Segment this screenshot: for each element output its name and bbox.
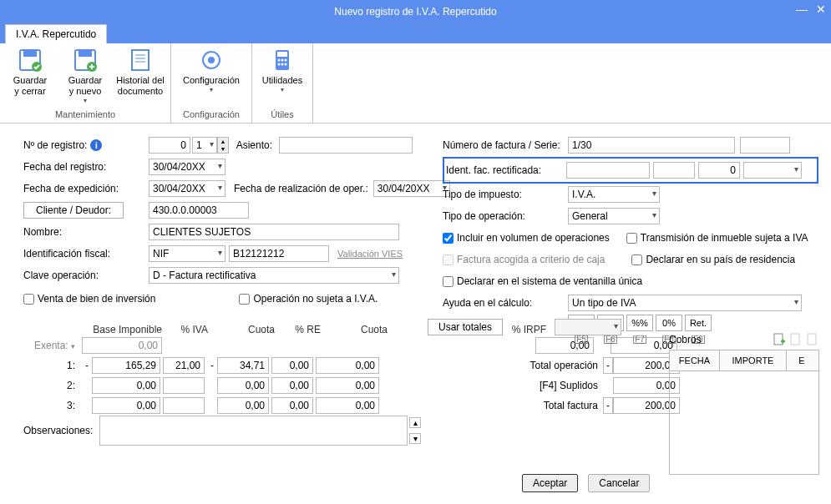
close-icon[interactable]: ✕ bbox=[816, 3, 826, 15]
nombre-input[interactable] bbox=[149, 224, 399, 240]
gear-icon bbox=[198, 47, 225, 73]
config-button[interactable]: Configuración ▾ bbox=[176, 47, 246, 93]
svg-rect-1 bbox=[23, 50, 37, 57]
gh-pctiva: % IVA bbox=[165, 324, 211, 335]
identrect-input-1[interactable] bbox=[566, 162, 650, 179]
nregistro-series-select[interactable]: 1 bbox=[192, 137, 217, 154]
save-new-icon bbox=[72, 47, 99, 73]
cobros-table[interactable]: FECHA IMPORTE E bbox=[669, 350, 819, 475]
row3-cuota[interactable]: 0,00 bbox=[217, 397, 269, 414]
clave-operacion-label: Clave operación: bbox=[23, 270, 149, 281]
idfiscal-type-select[interactable]: NIF bbox=[149, 245, 225, 262]
identrect-select[interactable] bbox=[743, 162, 802, 179]
row1-cuota[interactable]: 34,71 bbox=[217, 357, 269, 374]
chk-transmision[interactable]: Transmisión de inmueble sujeta a IVA bbox=[626, 232, 808, 244]
nregistro-label: Nº de registro:i bbox=[23, 139, 149, 152]
tipoimpuesto-select[interactable]: I.V.A. bbox=[568, 186, 660, 203]
utils-button[interactable]: Utilidades ▾ bbox=[257, 47, 307, 93]
identrect-input-3[interactable] bbox=[698, 162, 740, 179]
row3-base[interactable]: 0,00 bbox=[92, 397, 160, 414]
tabstrip: I.V.A. Repercutido bbox=[0, 23, 831, 43]
irpf-type-select bbox=[555, 319, 621, 335]
idfiscal-label: Identificación fiscal: bbox=[23, 248, 149, 260]
btn-pctpct[interactable]: %% bbox=[626, 315, 653, 331]
numfactura-serie-input[interactable] bbox=[740, 137, 790, 154]
ayuda-calculo-label: Ayuda en el cálculo: bbox=[443, 297, 568, 309]
cobros-edit-icon[interactable] bbox=[789, 333, 803, 346]
svg-point-17 bbox=[278, 63, 281, 66]
identrect-label: Ident. fac. rectificada: bbox=[446, 164, 566, 176]
row1-iva[interactable]: 21,00 bbox=[163, 357, 205, 374]
identrect-input-2[interactable] bbox=[653, 162, 695, 179]
totop-sign: - bbox=[603, 357, 613, 374]
row1-sign: - bbox=[82, 360, 92, 371]
obs-down[interactable]: ▾ bbox=[409, 433, 421, 444]
chk-criterio-caja: Factura acogida a criterio de caja bbox=[443, 254, 605, 265]
nregistro-spinner[interactable]: ▲▼ bbox=[217, 137, 229, 154]
window-title: Nuevo registro de I.V.A. Repercutido bbox=[334, 6, 496, 18]
hint-f7: [F7] bbox=[626, 335, 653, 344]
cobros-delete-icon[interactable] bbox=[806, 333, 819, 346]
idfiscal-input[interactable] bbox=[229, 245, 329, 262]
row3-iva[interactable] bbox=[163, 397, 205, 414]
gh-cuota2: Cuota bbox=[324, 324, 391, 335]
ribbon-group-maintenance: Mantenimiento bbox=[55, 108, 115, 123]
validacion-vies-link[interactable]: Validación VIES bbox=[337, 249, 403, 259]
asiento-input[interactable] bbox=[279, 137, 413, 154]
total-factura-label: Total factura bbox=[494, 400, 603, 411]
row2-base[interactable]: 0,00 bbox=[92, 377, 160, 394]
fecha-expedicion-input[interactable]: 30/04/20XX bbox=[149, 180, 225, 197]
chk-volumen[interactable]: Incluir en volumen de operaciones bbox=[443, 232, 610, 244]
btn-ret[interactable]: Ret. bbox=[685, 315, 712, 331]
cliente-deudor-button[interactable]: Cliente / Deudor: bbox=[23, 202, 124, 219]
aceptar-button[interactable]: Aceptar bbox=[522, 474, 578, 492]
chk-ventanilla[interactable]: Declarar en el sistema de ventanilla úni… bbox=[443, 275, 642, 287]
chk-no-sujeta[interactable]: Operación no sujeta a I.V.A. bbox=[239, 293, 377, 305]
utils-label: Utilidades bbox=[220, 75, 345, 86]
clave-operacion-select[interactable]: D - Factura rectificativa bbox=[149, 267, 399, 284]
chevron-down-icon: ▾ bbox=[84, 97, 87, 104]
observaciones-label: Observaciones: bbox=[23, 425, 99, 436]
numfactura-label: Número de factura / Serie: bbox=[443, 139, 568, 151]
row2-cuota2[interactable]: 0,00 bbox=[316, 377, 379, 394]
fecha-oper-input[interactable]: 30/04/20XX bbox=[373, 180, 450, 197]
ribbon: Guardar y cerrar Guardar y nuevo ▾ Histo… bbox=[0, 43, 831, 123]
svg-point-18 bbox=[281, 63, 284, 66]
cliente-input[interactable] bbox=[149, 202, 249, 219]
cancelar-button[interactable]: Cancelar bbox=[588, 474, 650, 492]
row3-re[interactable]: 0,00 bbox=[271, 397, 313, 414]
row1-base[interactable]: 165,29 bbox=[92, 357, 160, 374]
row1-cuota2[interactable]: 0,00 bbox=[316, 357, 379, 374]
chk-venta-inversion[interactable]: Venta de bien de inversión bbox=[23, 293, 155, 305]
row1-cuota-sign: - bbox=[207, 360, 217, 371]
observaciones-input[interactable] bbox=[99, 416, 408, 446]
row2-iva[interactable] bbox=[163, 377, 205, 394]
row1-label: 1: bbox=[23, 360, 82, 371]
ayuda-calculo-select[interactable]: Un tipo de IVA bbox=[568, 295, 802, 311]
obs-up[interactable]: ▴ bbox=[409, 417, 421, 428]
row2-re[interactable]: 0,00 bbox=[271, 377, 313, 394]
hint-f6: [F6] bbox=[597, 335, 624, 344]
svg-rect-4 bbox=[79, 50, 92, 57]
row3-cuota2[interactable]: 0,00 bbox=[316, 397, 379, 414]
numfactura-input[interactable] bbox=[568, 137, 735, 154]
row1-re[interactable]: 0,00 bbox=[271, 357, 313, 374]
fecha-oper-label: Fecha de realización de oper.: bbox=[234, 183, 368, 194]
tab-iva-repercutido[interactable]: I.V.A. Repercutido bbox=[5, 24, 107, 43]
nombre-label: Nombre: bbox=[23, 226, 149, 238]
fecha-registro-input[interactable]: 30/04/20XX bbox=[149, 159, 225, 175]
row2-cuota[interactable]: 0,00 bbox=[217, 377, 269, 394]
info-icon[interactable]: i bbox=[90, 139, 102, 151]
svg-rect-20 bbox=[774, 334, 783, 345]
cobros-add-icon[interactable] bbox=[773, 333, 786, 346]
row2-label: 2: bbox=[23, 380, 82, 391]
nregistro-input[interactable] bbox=[149, 137, 190, 154]
svg-rect-22 bbox=[808, 334, 816, 345]
history-button[interactable]: Historial del documento bbox=[115, 47, 165, 97]
ribbon-group-utils: Útiles bbox=[271, 108, 294, 123]
minimize-icon[interactable]: — bbox=[796, 3, 808, 15]
chk-residencia[interactable]: Declarar en su país de residencia bbox=[631, 254, 795, 265]
tipooperacion-select[interactable]: General bbox=[568, 208, 660, 224]
btn-0pct[interactable]: 0% bbox=[656, 315, 682, 331]
svg-point-19 bbox=[285, 63, 287, 66]
